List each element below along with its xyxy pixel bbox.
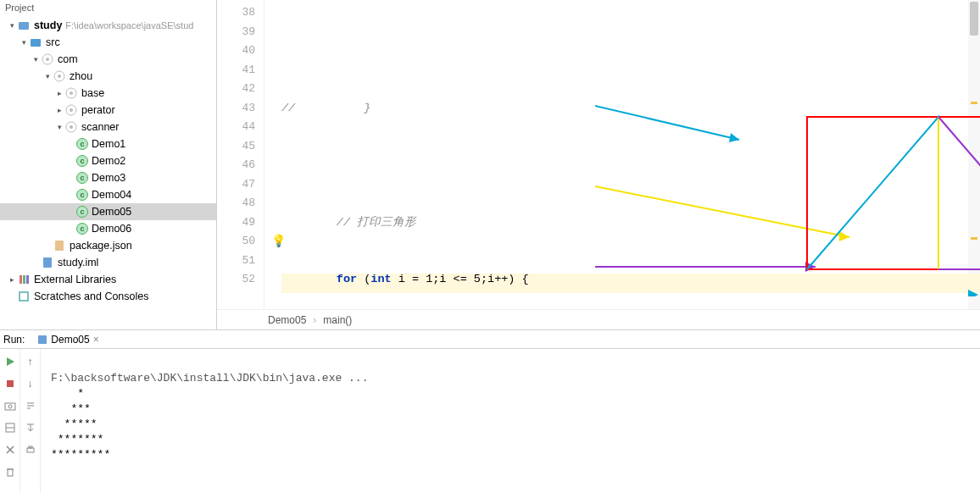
run-tab[interactable]: Demo05 × bbox=[31, 331, 104, 348]
package-icon bbox=[64, 120, 78, 134]
run-tool-header[interactable]: Run: Demo05 × bbox=[0, 330, 980, 349]
svg-rect-12 bbox=[55, 241, 64, 251]
chevron-right-icon: ▸ bbox=[7, 271, 17, 288]
svg-point-31 bbox=[8, 405, 12, 408]
layout-icon[interactable] bbox=[3, 420, 18, 435]
trash-icon[interactable] bbox=[3, 464, 18, 479]
node-label: Demo06 bbox=[92, 220, 131, 237]
class-icon: c bbox=[76, 172, 88, 184]
tree-node-demo06[interactable]: c Demo06 bbox=[0, 220, 216, 237]
close-icon[interactable]: × bbox=[93, 334, 99, 346]
tree-node-demo2[interactable]: c Demo2 bbox=[0, 152, 216, 169]
node-label: package.json bbox=[70, 237, 132, 254]
tree-node-studyiml[interactable]: study.iml bbox=[0, 254, 216, 271]
svg-point-3 bbox=[46, 58, 49, 61]
node-label: base bbox=[81, 85, 104, 102]
node-label: Demo2 bbox=[92, 152, 125, 169]
tree-node-com[interactable]: ▾ com bbox=[0, 51, 216, 68]
tree-node-demo1[interactable]: c Demo1 bbox=[0, 136, 216, 152]
breadcrumb-item[interactable]: Demo05 bbox=[268, 314, 306, 326]
svg-rect-30 bbox=[5, 403, 15, 410]
class-icon: c bbox=[76, 155, 88, 167]
tree-node-base[interactable]: ▸ base bbox=[0, 85, 216, 102]
console-command: F:\backsoftware\JDK\install\JDK\bin\java… bbox=[51, 372, 368, 385]
camera-icon[interactable] bbox=[3, 398, 18, 413]
node-label: Demo1 bbox=[92, 136, 125, 152]
svg-point-11 bbox=[70, 125, 73, 129]
chevron-down-icon: ▾ bbox=[42, 68, 53, 85]
chevron-right-icon: ▸ bbox=[54, 85, 64, 102]
class-icon: c bbox=[76, 138, 88, 150]
svg-rect-27 bbox=[38, 335, 47, 344]
chevron-down-icon: ▾ bbox=[54, 119, 64, 136]
svg-rect-13 bbox=[43, 257, 52, 268]
svg-marker-19 bbox=[729, 133, 739, 142]
code-editor[interactable]: 383940 414243 444546 474849 505152 💡 // … bbox=[217, 0, 980, 329]
svg-rect-16 bbox=[26, 275, 29, 284]
print-icon[interactable] bbox=[23, 442, 38, 457]
json-file-icon bbox=[53, 239, 66, 252]
tree-node-demo04[interactable]: c Demo04 bbox=[0, 186, 216, 203]
tree-node-zhou[interactable]: ▾ zhou bbox=[0, 68, 216, 85]
up-arrow-icon[interactable]: ↑ bbox=[23, 354, 38, 369]
svg-point-5 bbox=[58, 75, 61, 78]
package-icon bbox=[64, 103, 78, 117]
console-line: ******* bbox=[51, 433, 103, 445]
svg-point-9 bbox=[70, 108, 73, 112]
tree-node-scratches[interactable]: Scratches and Consoles bbox=[0, 288, 216, 305]
node-label: Scratches and Consoles bbox=[34, 288, 149, 305]
console-line: ********* bbox=[51, 448, 110, 461]
tree-node-study[interactable]: ▾ study F:\idea\workspace\javaSE\stud bbox=[0, 17, 216, 34]
tree-node-scanner[interactable]: ▾ scanner bbox=[0, 119, 216, 136]
tree-node-external[interactable]: ▸ External Libraries bbox=[0, 271, 216, 288]
node-label: study bbox=[34, 17, 62, 34]
project-sidebar[interactable]: Project ▾ study F:\idea\workspace\javaSE… bbox=[0, 0, 217, 329]
node-label: study.iml bbox=[58, 254, 98, 271]
node-path-hint: F:\idea\workspace\javaSE\stud bbox=[65, 17, 193, 34]
breadcrumb-item[interactable]: main() bbox=[323, 314, 352, 326]
iml-file-icon bbox=[41, 256, 54, 269]
console-line: ***** bbox=[51, 418, 97, 430]
source-folder-icon bbox=[29, 36, 42, 49]
class-icon: c bbox=[76, 206, 88, 218]
run-toolbar-left bbox=[0, 349, 20, 493]
package-icon bbox=[41, 53, 54, 66]
svg-rect-34 bbox=[8, 469, 13, 476]
exit-icon[interactable] bbox=[3, 442, 18, 457]
scrollbar-thumb[interactable] bbox=[970, 2, 978, 36]
svg-marker-21 bbox=[839, 231, 849, 241]
run-tool-window[interactable]: ↑ ↓ F:\backsoftware\JDK\install\JDK\bin\… bbox=[0, 349, 980, 493]
console-output[interactable]: F:\backsoftware\JDK\install\JDK\bin\java… bbox=[41, 349, 980, 493]
chevron-down-icon: ▾ bbox=[7, 17, 17, 34]
breadcrumb[interactable]: Demo05 › main() bbox=[217, 309, 980, 329]
tree-node-demo05[interactable]: c Demo05 bbox=[0, 203, 216, 220]
project-tree[interactable]: ▾ study F:\idea\workspace\javaSE\stud ▾ … bbox=[0, 15, 216, 307]
code-area[interactable]: // } // 打印三角形 for (int i = 1;i <= 5;i++)… bbox=[264, 0, 980, 309]
scroll-to-end-icon[interactable] bbox=[23, 420, 38, 435]
svg-rect-36 bbox=[27, 448, 34, 452]
tree-node-perator[interactable]: ▸ perator bbox=[0, 102, 216, 119]
editor-error-stripe[interactable] bbox=[968, 0, 980, 309]
soft-wrap-icon[interactable] bbox=[23, 398, 38, 413]
module-icon bbox=[17, 19, 31, 32]
tree-node-packagejson[interactable]: package.json bbox=[0, 237, 216, 254]
chevron-right-icon: › bbox=[313, 314, 316, 326]
node-label: scanner bbox=[81, 119, 119, 136]
node-label: Demo04 bbox=[92, 186, 131, 203]
chevron-down-icon: ▾ bbox=[19, 34, 29, 51]
node-label: com bbox=[58, 51, 78, 68]
line-number-gutter: 383940 414243 444546 474849 505152 bbox=[217, 0, 264, 309]
class-icon: c bbox=[76, 189, 88, 201]
svg-rect-1 bbox=[31, 39, 41, 47]
run-config-icon bbox=[37, 335, 47, 345]
tree-node-src[interactable]: ▾ src bbox=[0, 34, 216, 51]
rerun-button[interactable] bbox=[3, 354, 18, 369]
node-label: Demo3 bbox=[92, 169, 125, 186]
down-arrow-icon[interactable]: ↓ bbox=[23, 376, 38, 391]
run-toolbar-left-2: ↑ ↓ bbox=[20, 349, 41, 493]
tree-node-demo3[interactable]: c Demo3 bbox=[0, 169, 216, 186]
svg-rect-37 bbox=[29, 446, 32, 448]
stop-button[interactable] bbox=[3, 376, 18, 391]
svg-rect-29 bbox=[7, 380, 14, 387]
run-tab-label: Demo05 bbox=[51, 334, 89, 346]
